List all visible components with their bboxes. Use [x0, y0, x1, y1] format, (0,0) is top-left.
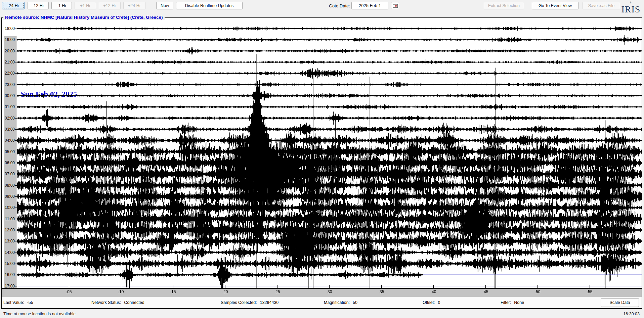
- clock: 16:39:03: [616, 312, 640, 316]
- axis-tick-label: :25: [271, 289, 283, 294]
- hour-tick: [15, 29, 17, 29]
- hour-label: 00:00: [2, 93, 15, 98]
- hour-label: 08:00: [2, 183, 15, 188]
- axis-tick-label: :35: [376, 289, 387, 294]
- hour-tick: [15, 241, 17, 241]
- hour-label: 09:00: [2, 194, 15, 199]
- forward-24hr-button[interactable]: +24 Hr: [123, 2, 145, 9]
- hour-label: 04:00: [2, 138, 15, 143]
- hour-tick: [15, 163, 17, 163]
- axis-tick-label: :05: [63, 289, 75, 294]
- back-12hr-button[interactable]: -12 Hr: [28, 2, 49, 9]
- hour-tick: [15, 73, 17, 74]
- time-axis: [2, 288, 642, 297]
- hour-tick: [15, 118, 17, 119]
- hour-tick: [15, 62, 17, 62]
- seismogram-canvas[interactable]: [17, 18, 642, 288]
- status-bar: Last Value:-55 Network Status:Connected …: [2, 297, 642, 308]
- hour-tick: [15, 40, 17, 40]
- axis-tick-label: :20: [219, 289, 231, 294]
- axis-tick-label: :10: [115, 289, 127, 294]
- hour-tick: [15, 208, 17, 208]
- hour-tick: [15, 174, 17, 174]
- hour-label: 12:00: [2, 228, 15, 232]
- save-sac-file-button[interactable]: Save .sac File: [583, 2, 620, 9]
- forward-1hr-button[interactable]: +1 Hr: [75, 2, 96, 9]
- hour-label: 13:00: [2, 239, 15, 243]
- last-value-status: Last Value:-55: [3, 300, 33, 305]
- goto-date-label: Goto Date:: [329, 3, 350, 8]
- iris-wordmark: IRIS: [619, 4, 643, 14]
- hour-tick: [15, 152, 17, 152]
- axis-tick: [538, 285, 538, 288]
- hour-tick: [15, 107, 17, 107]
- hour-label: 22:00: [2, 71, 15, 76]
- hour-tick: [15, 230, 17, 230]
- magnification-status: Magnification:50: [324, 300, 357, 305]
- axis-tick-label: :55: [584, 289, 595, 294]
- axis-tick: [69, 285, 69, 288]
- axis-tick-label: :30: [324, 289, 335, 294]
- hour-label: 14:00: [2, 250, 15, 255]
- calendar-picker-button[interactable]: [391, 2, 399, 9]
- go-to-event-view-button[interactable]: Go To Event View: [532, 2, 578, 9]
- hour-label: 06:00: [2, 161, 15, 165]
- hour-tick: [15, 96, 17, 96]
- axis-tick-label: :45: [480, 289, 491, 294]
- hour-tick: [15, 264, 17, 264]
- hour-label: 02:00: [2, 116, 15, 121]
- scale-data-button[interactable]: Scale Data: [601, 298, 639, 307]
- axis-tick: [225, 285, 225, 288]
- samples-collected-status: Samples Collected:13294430: [221, 300, 278, 305]
- axis-tick: [173, 285, 173, 288]
- hour-label: 20:00: [2, 49, 15, 53]
- forward-12hr-button[interactable]: +12 Hr: [99, 2, 121, 9]
- hour-label: 05:00: [2, 149, 15, 154]
- hour-label: 15:00: [2, 261, 15, 266]
- axis-tick-label: :40: [428, 289, 439, 294]
- axis-tick: [329, 285, 330, 288]
- axis-tick: [433, 285, 434, 288]
- back-1hr-button[interactable]: -1 Hr: [51, 2, 72, 9]
- hour-tick: [15, 85, 17, 85]
- axis-tick: [121, 285, 121, 288]
- hour-tick: [15, 253, 17, 253]
- iris-logo: ✶ IRIS: [619, 0, 643, 16]
- hour-tick: [15, 140, 17, 141]
- now-button[interactable]: Now: [156, 2, 173, 9]
- extract-selection-button[interactable]: Extract Selection: [484, 2, 524, 9]
- hour-label: 03:00: [2, 127, 15, 132]
- hour-label: 07:00: [2, 172, 15, 176]
- hour-label: 17:00: [2, 284, 15, 288]
- hour-label: 11:00: [2, 217, 15, 221]
- hour-tick: [15, 275, 17, 275]
- filter-status: Filter:None: [501, 300, 524, 305]
- hour-label: 18:00: [2, 26, 15, 31]
- back-24hr-button[interactable]: -24 Hr: [2, 2, 25, 9]
- hour-label: 23:00: [2, 82, 15, 87]
- hour-label: 16:00: [2, 272, 15, 277]
- hour-label: 10:00: [2, 205, 15, 210]
- axis-tick: [485, 285, 486, 288]
- axis-tick-label: :15: [167, 289, 179, 294]
- goto-date-field[interactable]: 2025 Feb 1: [351, 2, 388, 9]
- axis-tick: [590, 285, 590, 288]
- hour-label: 19:00: [2, 37, 15, 42]
- app-window: -24 Hr -12 Hr -1 Hr +1 Hr +12 Hr +24 Hr …: [0, 0, 644, 318]
- network-status: Network Status:Connected: [91, 300, 144, 305]
- hour-tick: [15, 219, 17, 219]
- axis-tick: [277, 285, 277, 288]
- hour-tick: [15, 129, 17, 130]
- axis-tick-label: :50: [532, 289, 543, 294]
- hour-tick: [15, 51, 17, 51]
- axis-tick: [381, 285, 382, 288]
- calendar-icon: [393, 4, 398, 8]
- offset-status: Offset:0: [423, 300, 440, 305]
- hour-tick: [15, 185, 17, 186]
- hour-label: 21:00: [2, 60, 15, 64]
- hour-tick: [15, 286, 17, 286]
- remote-source-title: Remote source: NHMC [Natural History Mus…: [3, 15, 165, 20]
- disable-realtime-button[interactable]: Disable Realtime Updates: [176, 2, 243, 9]
- hour-label: 01:00: [2, 104, 15, 109]
- mouse-time-message: Time at mouse location is not available: [3, 312, 76, 316]
